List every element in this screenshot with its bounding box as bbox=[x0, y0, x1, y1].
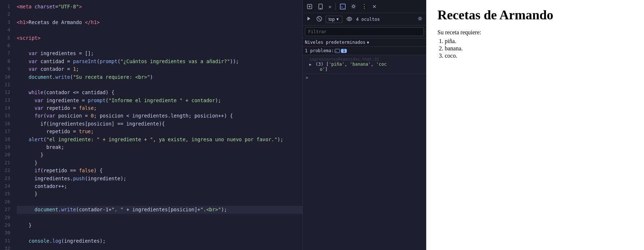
code-line-13: var ingrediente = prompt("Informe el ing… bbox=[17, 97, 302, 104]
code-line-16: if(ingredientes[posicion] == ingrediente… bbox=[17, 120, 302, 128]
code-line-18: alert("el ingrediente: " + ingrediente +… bbox=[17, 136, 302, 143]
code-line-1: <meta charset="UTF-8"> bbox=[17, 3, 302, 11]
close-devtools-button[interactable]: ✕ bbox=[370, 3, 378, 11]
code-line-32 bbox=[17, 245, 302, 250]
code-content[interactable]: <meta charset="UTF-8"> <h1>Recetas de Ar… bbox=[14, 0, 302, 250]
code-line-25: } bbox=[17, 190, 302, 198]
console-output[interactable]: ingredientesRepetidos.html:31 ▶ (3) ['pi… bbox=[303, 55, 426, 250]
code-line-12: while(contador <= cantidad) { bbox=[17, 89, 302, 96]
svg-point-11 bbox=[348, 18, 350, 20]
more-options-button[interactable]: ⋮ bbox=[360, 2, 369, 11]
svg-marker-8 bbox=[307, 17, 310, 20]
code-line-22: if(repetido == false) { bbox=[17, 167, 302, 174]
svg-text:>_: >_ bbox=[335, 50, 339, 53]
code-area[interactable]: 1234567891011121314151617181920212223242… bbox=[0, 0, 302, 250]
play-button[interactable] bbox=[305, 15, 313, 23]
code-line-6 bbox=[17, 42, 302, 50]
code-line-27: document.write(contador-1+". " + ingredi… bbox=[17, 206, 302, 214]
code-line-5: <script> bbox=[17, 34, 302, 42]
devtools-panel: » >_ ⋮ ✕ bbox=[302, 0, 426, 250]
context-selector-button[interactable]: top ▼ bbox=[326, 16, 342, 23]
devtools-toolbar2: top ▼ 4 ocultos bbox=[303, 13, 426, 26]
code-line-26 bbox=[17, 198, 302, 206]
code-line-8: var cantidad = parseInt(prompt("¿Cuántos… bbox=[17, 58, 302, 65]
code-line-31: console.log(ingredientes); bbox=[17, 237, 302, 245]
filter-input[interactable] bbox=[305, 27, 424, 36]
code-line-7: var ingredientes = []; bbox=[17, 50, 302, 57]
code-line-24: contador++; bbox=[17, 182, 302, 190]
code-line-19: break; bbox=[17, 143, 302, 151]
settings-button[interactable] bbox=[349, 3, 358, 10]
problem-count-group: 1 problema: >_ 1 bbox=[305, 48, 347, 53]
code-line-20: } bbox=[17, 151, 302, 159]
expand-arrow-icon[interactable]: ▶ bbox=[309, 62, 311, 66]
line-numbers: 1234567891011121314151617181920212223242… bbox=[0, 0, 14, 250]
preview-body: Su receta requiere: piña.banana.coco. bbox=[437, 29, 633, 59]
svg-point-12 bbox=[419, 18, 421, 19]
console-settings-button[interactable] bbox=[416, 15, 424, 23]
code-line-28 bbox=[17, 214, 302, 222]
code-line-10: document.write("Su receta requiere: <br>… bbox=[17, 73, 302, 81]
levels-label: Niveles predeterminados bbox=[305, 40, 365, 45]
console-prompt[interactable]: > bbox=[303, 74, 426, 82]
ingredient-item-3: coco. bbox=[445, 53, 633, 59]
problem-label: 1 problema: bbox=[305, 48, 334, 53]
console-icon-small: >_ bbox=[335, 49, 340, 53]
code-line-17: repetido = true; bbox=[17, 128, 302, 135]
levels-arrow-icon[interactable]: ▼ bbox=[367, 41, 369, 45]
code-line-4 bbox=[17, 26, 302, 34]
code-line-23: ingredientes.push(ingrediente); bbox=[17, 175, 302, 182]
inspect-button[interactable] bbox=[305, 3, 314, 11]
editor-panel: 1234567891011121314151617181920212223242… bbox=[0, 0, 302, 250]
filter-area bbox=[303, 26, 426, 38]
code-line-30 bbox=[17, 229, 302, 237]
svg-text:>_: >_ bbox=[341, 5, 345, 9]
stop-button[interactable] bbox=[315, 15, 323, 23]
code-line-21: } bbox=[17, 159, 302, 167]
array-preview: (3) ['piña', 'banana', 'coc o'] bbox=[309, 62, 386, 72]
code-line-3: <h1>Recetas de Armando </h1> bbox=[17, 19, 302, 26]
page-title: Recetas de Armando bbox=[437, 7, 633, 23]
console-source: ingredientesRepetidos.html:31 bbox=[309, 57, 379, 62]
code-line-2 bbox=[17, 11, 302, 18]
problem-badge: 1 bbox=[341, 49, 347, 53]
code-line-15: for(var posicion = 0; posicion < ingredi… bbox=[17, 112, 302, 120]
code-line-14: var repetido = false; bbox=[17, 104, 302, 112]
ingredients-list: piña.banana.coco. bbox=[445, 38, 633, 59]
console-tab-button[interactable]: >_ bbox=[338, 3, 347, 11]
preview-panel: Recetas de Armando Su receta requiere: p… bbox=[426, 0, 644, 250]
hidden-count: 4 ocultos bbox=[356, 17, 380, 22]
ingredient-item-1: piña. bbox=[445, 38, 633, 45]
svg-point-7 bbox=[352, 5, 354, 8]
more-tabs-button[interactable]: » bbox=[327, 3, 333, 11]
problem-bar: 1 problema: >_ 1 bbox=[303, 47, 426, 55]
ingredient-item-2: banana. bbox=[445, 45, 633, 52]
code-line-11 bbox=[17, 81, 302, 89]
intro-text: Su receta requiere: bbox=[437, 29, 633, 36]
code-line-29: } bbox=[17, 222, 302, 229]
dropdown-arrow-icon: ▼ bbox=[336, 17, 339, 21]
separator1 bbox=[335, 3, 336, 10]
device-button[interactable] bbox=[316, 3, 325, 11]
code-line-9: var contador = 1; bbox=[17, 65, 302, 73]
console-entry-1: ingredientesRepetidos.html:31 ▶ (3) ['pi… bbox=[303, 55, 426, 74]
svg-line-10 bbox=[318, 17, 321, 20]
devtools-toolbar1: » >_ ⋮ ✕ bbox=[303, 0, 426, 13]
eye-button[interactable] bbox=[345, 16, 354, 23]
levels-bar: Niveles predeterminados ▼ bbox=[303, 38, 426, 47]
